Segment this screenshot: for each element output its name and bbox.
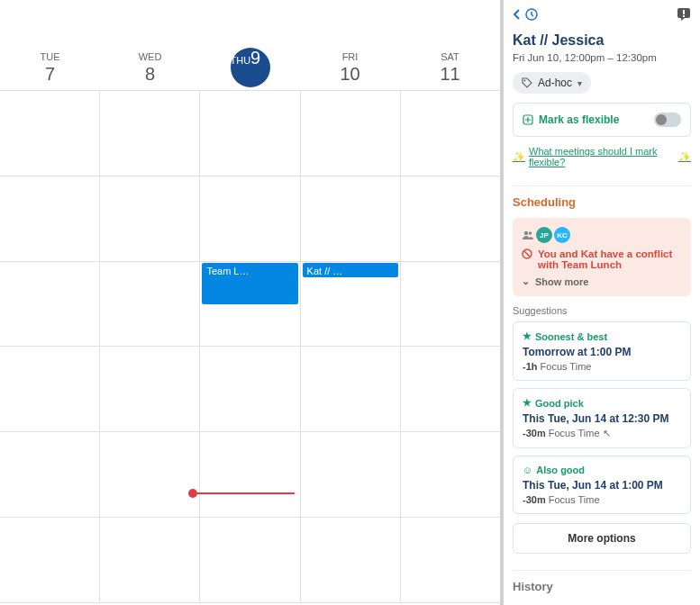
svg-point-7 — [529, 231, 532, 235]
show-more-button[interactable]: ⌄ Show more — [522, 275, 682, 287]
chevron-down-icon: ⌄ — [522, 275, 530, 287]
back-icon[interactable] — [513, 9, 522, 20]
calendar-header: TUE7 WED8 THU9 FRI10 SAT11 — [0, 45, 500, 90]
sparkle-icon: ✨ — [678, 151, 691, 163]
calendar-grid[interactable]: Team L… Kat // … — [0, 90, 500, 605]
svg-rect-2 — [683, 10, 685, 14]
star-icon: ★ — [523, 397, 532, 409]
conflict-message: You and Kat have a conflict with Team Lu… — [538, 248, 682, 270]
details-panel: Kat // Jessica Fri Jun 10, 12:00pm – 12:… — [504, 0, 700, 605]
svg-point-6 — [524, 231, 528, 235]
suggestion-title: This Tue, Jun 14 at 1:00 PM — [523, 479, 681, 492]
mark-flexible-label: Mark as flexible — [539, 113, 619, 126]
event-team-lunch[interactable]: Team L… — [202, 263, 297, 304]
clock-icon — [525, 8, 538, 21]
more-options-button[interactable]: More options — [513, 523, 691, 554]
event-kat-jessica[interactable]: Kat // … — [303, 263, 398, 277]
flexible-hint-link[interactable]: ✨ What meetings should I mark flexible? … — [513, 146, 691, 167]
day-col-sat[interactable]: SAT11 — [400, 45, 500, 90]
feedback-icon[interactable] — [677, 7, 691, 22]
day-col-wed[interactable]: WED8 — [100, 45, 200, 90]
smile-icon: ☺ — [523, 465, 532, 475]
day-col-tue[interactable]: TUE7 — [0, 45, 100, 90]
avatar-jp[interactable]: JP — [536, 227, 552, 243]
event-title: Kat // Jessica — [513, 32, 691, 49]
flex-icon — [523, 114, 533, 125]
suggestion-title: This Tue, Jun 14 at 12:30 PM — [523, 412, 681, 425]
svg-point-4 — [524, 80, 526, 82]
day-col-thu[interactable]: THU9 — [200, 45, 300, 90]
star-icon: ★ — [523, 330, 532, 342]
day-col-fri[interactable]: FRI10 — [300, 45, 400, 90]
chevron-down-icon: ▾ — [577, 78, 582, 88]
event-time: Fri Jun 10, 12:00pm – 12:30pm — [513, 52, 691, 63]
suggestion-title: Tomorrow at 1:00 PM — [523, 346, 681, 358]
tag-label: Ad-hoc — [538, 77, 572, 89]
sparkle-icon: ✨ — [513, 151, 525, 163]
mark-flexible-row[interactable]: Mark as flexible — [513, 103, 691, 137]
suggestions-label: Suggestions — [513, 305, 691, 316]
suggestion-card[interactable]: ★Soonest & best Tomorrow at 1:00 PM -1h … — [513, 321, 691, 381]
no-entry-icon — [522, 248, 532, 270]
suggestion-card[interactable]: ★Good pick This Tue, Jun 14 at 12:30 PM … — [513, 388, 691, 448]
people-icon — [522, 230, 534, 240]
scheduling-header: Scheduling — [513, 185, 691, 209]
history-header: History — [513, 570, 691, 593]
svg-rect-3 — [683, 15, 685, 17]
avatar-kc[interactable]: KC — [554, 227, 570, 243]
cursor-icon: ↖ — [603, 428, 611, 438]
suggestion-card[interactable]: ☺Also good This Tue, Jun 14 at 1:00 PM -… — [513, 456, 691, 514]
conflict-box: JP KC You and Kat have a conflict with T… — [513, 218, 691, 296]
flexible-toggle[interactable] — [654, 113, 681, 127]
tag-icon — [522, 77, 532, 88]
tag-chip[interactable]: Ad-hoc ▾ — [513, 72, 591, 94]
calendar-view[interactable]: TUE7 WED8 THU9 FRI10 SAT11 Team L… Kat /… — [0, 0, 504, 605]
